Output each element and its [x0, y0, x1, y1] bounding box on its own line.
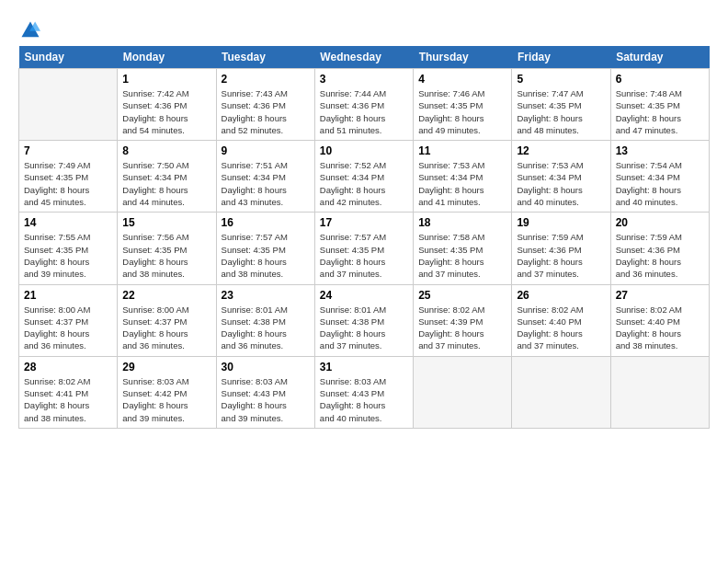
calendar-cell: 1Sunrise: 7:42 AM Sunset: 4:36 PM Daylig…	[118, 69, 216, 141]
logo	[18, 20, 40, 40]
calendar-week-row: 21Sunrise: 8:00 AM Sunset: 4:37 PM Dayli…	[19, 284, 710, 356]
weekday-header: Friday	[512, 46, 610, 69]
calendar-table: SundayMondayTuesdayWednesdayThursdayFrid…	[18, 46, 710, 429]
day-number: 7	[24, 144, 112, 157]
day-number: 9	[222, 144, 310, 157]
calendar-cell: 22Sunrise: 8:00 AM Sunset: 4:37 PM Dayli…	[118, 284, 216, 356]
day-info: Sunrise: 8:01 AM Sunset: 4:38 PM Dayligh…	[320, 304, 408, 352]
calendar-cell	[610, 356, 709, 428]
calendar-week-row: 7Sunrise: 7:49 AM Sunset: 4:35 PM Daylig…	[19, 141, 710, 213]
day-number: 4	[418, 73, 506, 86]
calendar-cell: 6Sunrise: 7:48 AM Sunset: 4:35 PM Daylig…	[610, 69, 709, 141]
day-info: Sunrise: 7:52 AM Sunset: 4:34 PM Dayligh…	[320, 159, 408, 208]
day-number: 18	[418, 216, 506, 229]
day-info: Sunrise: 8:02 AM Sunset: 4:41 PM Dayligh…	[24, 375, 112, 424]
calendar-body: 1Sunrise: 7:42 AM Sunset: 4:36 PM Daylig…	[19, 69, 710, 429]
calendar-cell: 21Sunrise: 8:00 AM Sunset: 4:37 PM Dayli…	[19, 284, 118, 356]
day-number: 15	[122, 216, 210, 229]
calendar-cell: 28Sunrise: 8:02 AM Sunset: 4:41 PM Dayli…	[19, 356, 118, 428]
calendar-week-row: 28Sunrise: 8:02 AM Sunset: 4:41 PM Dayli…	[19, 356, 710, 428]
day-info: Sunrise: 7:43 AM Sunset: 4:36 PM Dayligh…	[222, 87, 310, 136]
day-number: 25	[418, 289, 506, 302]
calendar-cell	[19, 69, 118, 141]
day-info: Sunrise: 7:53 AM Sunset: 4:34 PM Dayligh…	[517, 159, 605, 208]
day-number: 14	[24, 216, 112, 229]
day-info: Sunrise: 8:03 AM Sunset: 4:43 PM Dayligh…	[320, 375, 408, 424]
day-info: Sunrise: 8:03 AM Sunset: 4:42 PM Dayligh…	[122, 375, 210, 424]
calendar-cell: 25Sunrise: 8:02 AM Sunset: 4:39 PM Dayli…	[414, 284, 512, 356]
calendar-cell: 13Sunrise: 7:54 AM Sunset: 4:34 PM Dayli…	[610, 141, 709, 213]
calendar-cell: 14Sunrise: 7:55 AM Sunset: 4:35 PM Dayli…	[19, 213, 118, 284]
day-number: 5	[517, 73, 605, 86]
calendar-cell: 12Sunrise: 7:53 AM Sunset: 4:34 PM Dayli…	[512, 141, 610, 213]
day-number: 2	[222, 73, 310, 86]
day-info: Sunrise: 7:44 AM Sunset: 4:36 PM Dayligh…	[320, 87, 408, 136]
day-info: Sunrise: 7:49 AM Sunset: 4:35 PM Dayligh…	[24, 159, 112, 208]
day-info: Sunrise: 7:58 AM Sunset: 4:35 PM Dayligh…	[418, 231, 506, 280]
day-number: 8	[122, 144, 210, 157]
day-number: 23	[222, 289, 310, 302]
day-number: 10	[320, 144, 408, 157]
calendar-cell: 11Sunrise: 7:53 AM Sunset: 4:34 PM Dayli…	[414, 141, 512, 213]
calendar-cell: 3Sunrise: 7:44 AM Sunset: 4:36 PM Daylig…	[314, 69, 413, 141]
day-info: Sunrise: 7:57 AM Sunset: 4:35 PM Dayligh…	[320, 231, 408, 280]
day-number: 12	[517, 144, 605, 157]
calendar-cell: 30Sunrise: 8:03 AM Sunset: 4:43 PM Dayli…	[216, 356, 314, 428]
weekday-header: Tuesday	[216, 46, 314, 69]
weekday-header: Saturday	[610, 46, 709, 69]
calendar-cell: 10Sunrise: 7:52 AM Sunset: 4:34 PM Dayli…	[314, 141, 413, 213]
day-number: 24	[320, 289, 408, 302]
day-number: 26	[517, 289, 605, 302]
calendar-cell: 20Sunrise: 7:59 AM Sunset: 4:36 PM Dayli…	[610, 213, 709, 284]
day-number: 28	[24, 361, 112, 373]
day-info: Sunrise: 7:50 AM Sunset: 4:34 PM Dayligh…	[122, 159, 210, 208]
day-info: Sunrise: 7:59 AM Sunset: 4:36 PM Dayligh…	[517, 231, 605, 280]
calendar-cell: 7Sunrise: 7:49 AM Sunset: 4:35 PM Daylig…	[19, 141, 118, 213]
calendar-cell: 19Sunrise: 7:59 AM Sunset: 4:36 PM Dayli…	[512, 213, 610, 284]
day-number: 16	[222, 216, 310, 229]
calendar-cell: 2Sunrise: 7:43 AM Sunset: 4:36 PM Daylig…	[216, 69, 314, 141]
calendar-cell: 15Sunrise: 7:56 AM Sunset: 4:35 PM Dayli…	[118, 213, 216, 284]
day-info: Sunrise: 7:54 AM Sunset: 4:34 PM Dayligh…	[616, 159, 704, 208]
page: SundayMondayTuesdayWednesdayThursdayFrid…	[0, 0, 728, 563]
day-number: 21	[24, 289, 112, 302]
day-number: 19	[517, 216, 605, 229]
day-info: Sunrise: 8:01 AM Sunset: 4:38 PM Dayligh…	[222, 304, 310, 352]
day-info: Sunrise: 7:48 AM Sunset: 4:35 PM Dayligh…	[616, 87, 704, 136]
day-info: Sunrise: 8:02 AM Sunset: 4:39 PM Dayligh…	[418, 304, 506, 352]
day-number: 17	[320, 216, 408, 229]
day-info: Sunrise: 7:56 AM Sunset: 4:35 PM Dayligh…	[122, 231, 210, 280]
day-info: Sunrise: 7:42 AM Sunset: 4:36 PM Dayligh…	[122, 87, 210, 136]
calendar-cell: 9Sunrise: 7:51 AM Sunset: 4:34 PM Daylig…	[216, 141, 314, 213]
day-number: 13	[616, 144, 704, 157]
calendar-cell	[414, 356, 512, 428]
calendar-week-row: 14Sunrise: 7:55 AM Sunset: 4:35 PM Dayli…	[19, 213, 710, 284]
day-number: 11	[418, 144, 506, 157]
day-info: Sunrise: 8:00 AM Sunset: 4:37 PM Dayligh…	[24, 304, 112, 352]
calendar-cell: 23Sunrise: 8:01 AM Sunset: 4:38 PM Dayli…	[216, 284, 314, 356]
day-number: 31	[320, 361, 408, 373]
calendar-cell	[512, 356, 610, 428]
day-number: 22	[122, 289, 210, 302]
calendar-cell: 16Sunrise: 7:57 AM Sunset: 4:35 PM Dayli…	[216, 213, 314, 284]
day-info: Sunrise: 7:51 AM Sunset: 4:34 PM Dayligh…	[222, 159, 310, 208]
day-info: Sunrise: 7:46 AM Sunset: 4:35 PM Dayligh…	[418, 87, 506, 136]
day-number: 6	[616, 73, 704, 86]
calendar-cell: 26Sunrise: 8:02 AM Sunset: 4:40 PM Dayli…	[512, 284, 610, 356]
calendar-cell: 8Sunrise: 7:50 AM Sunset: 4:34 PM Daylig…	[118, 141, 216, 213]
calendar-cell: 31Sunrise: 8:03 AM Sunset: 4:43 PM Dayli…	[314, 356, 413, 428]
weekday-header: Thursday	[414, 46, 512, 69]
calendar-cell: 29Sunrise: 8:03 AM Sunset: 4:42 PM Dayli…	[118, 356, 216, 428]
weekday-header: Sunday	[19, 46, 118, 69]
weekday-header: Wednesday	[314, 46, 413, 69]
day-number: 3	[320, 73, 408, 86]
weekday-header: Monday	[118, 46, 216, 69]
day-number: 1	[122, 73, 210, 86]
day-number: 20	[616, 216, 704, 229]
calendar-cell: 5Sunrise: 7:47 AM Sunset: 4:35 PM Daylig…	[512, 69, 610, 141]
day-info: Sunrise: 7:55 AM Sunset: 4:35 PM Dayligh…	[24, 231, 112, 280]
day-info: Sunrise: 8:00 AM Sunset: 4:37 PM Dayligh…	[122, 304, 210, 352]
calendar-cell: 17Sunrise: 7:57 AM Sunset: 4:35 PM Dayli…	[314, 213, 413, 284]
calendar-cell: 18Sunrise: 7:58 AM Sunset: 4:35 PM Dayli…	[414, 213, 512, 284]
header	[18, 17, 710, 40]
